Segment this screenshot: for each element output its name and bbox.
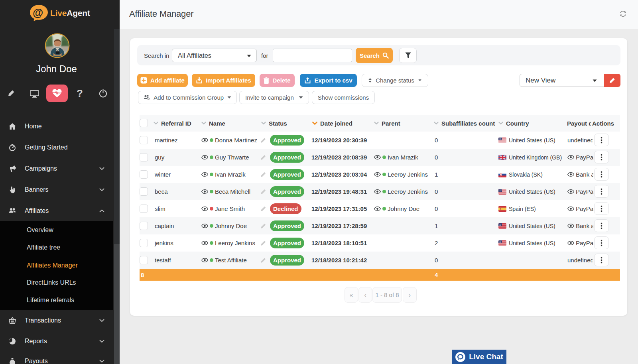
svg-text:LiveAgent: LiveAgent (50, 8, 90, 18)
svg-text:@: @ (33, 7, 43, 19)
